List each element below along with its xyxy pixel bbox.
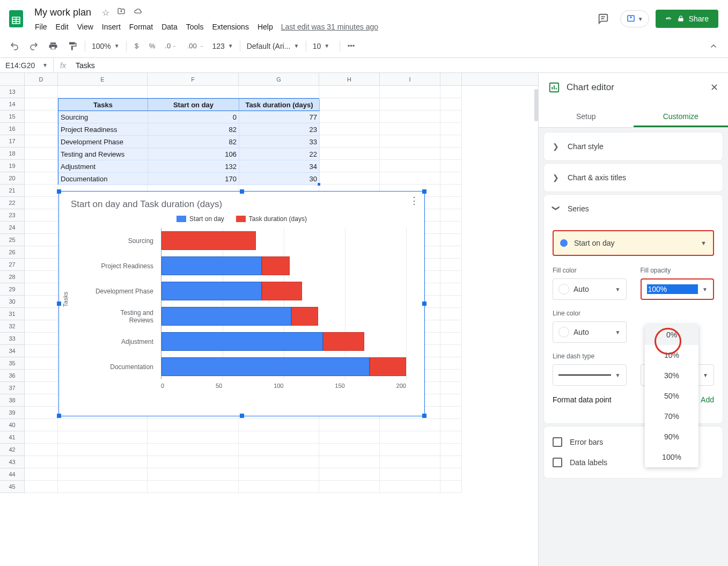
row-header[interactable]: 44	[0, 468, 24, 481]
col-header[interactable]: F	[148, 73, 239, 85]
close-sidebar-button[interactable]: ✕	[710, 82, 718, 93]
row-header[interactable]: 27	[0, 259, 24, 271]
menu-tools[interactable]: Tools	[182, 20, 208, 33]
series-section-header[interactable]: ❯Series	[544, 195, 723, 223]
opacity-option[interactable]: 70%	[645, 406, 698, 427]
row-header[interactable]: 45	[0, 481, 24, 493]
chart-title[interactable]: Start on day and Task duration (days)	[59, 192, 424, 215]
percent-button[interactable]: %	[145, 39, 160, 54]
menu-insert[interactable]: Insert	[98, 20, 124, 33]
sheet-area[interactable]: DEFGHI 131415161718192021222324252627282…	[0, 73, 538, 566]
formula-input[interactable]: Tasks	[72, 61, 728, 70]
selected-range[interactable]: TasksStart on dayTask duration (days)Sou…	[58, 98, 319, 185]
col-header[interactable]: D	[25, 73, 58, 85]
row-header[interactable]: 17	[0, 135, 24, 148]
row-header[interactable]: 33	[0, 333, 24, 345]
name-box[interactable]: E14:G20▼	[0, 58, 54, 72]
tab-setup[interactable]: Setup	[539, 105, 634, 127]
row-header[interactable]: 31	[0, 308, 24, 320]
row-header[interactable]: 24	[0, 222, 24, 234]
menu-extensions[interactable]: Extensions	[208, 20, 252, 33]
row-header[interactable]: 26	[0, 246, 24, 259]
row-header[interactable]: 42	[0, 444, 24, 456]
opacity-option[interactable]: 100%	[645, 447, 698, 467]
menu-format[interactable]: Format	[126, 20, 157, 33]
row-header[interactable]: 14	[0, 98, 24, 111]
fill-opacity-picker[interactable]: 100%▼	[641, 278, 715, 300]
row-header[interactable]: 34	[0, 345, 24, 357]
last-edit[interactable]: Last edit was 31 minutes ago	[281, 23, 378, 31]
row-header[interactable]: 23	[0, 209, 24, 222]
menu-view[interactable]: View	[73, 20, 97, 33]
col-header[interactable]: G	[239, 73, 319, 85]
row-header[interactable]: 16	[0, 123, 24, 135]
currency-button[interactable]: $	[130, 39, 144, 54]
fill-color-picker[interactable]: Auto▼	[553, 278, 627, 300]
doc-title[interactable]: My work plan	[31, 6, 94, 19]
row-header[interactable]: 28	[0, 271, 24, 283]
opacity-dropdown: 0%10%30%50%70%90%100%	[645, 325, 698, 467]
row-header[interactable]: 40	[0, 419, 24, 431]
menu-edit[interactable]: Edit	[52, 20, 72, 33]
opacity-option[interactable]: 90%	[645, 427, 698, 447]
opacity-option[interactable]: 10%	[645, 345, 698, 365]
col-header[interactable]: I	[380, 73, 440, 85]
section-chart-style[interactable]: ❯Chart style	[543, 132, 723, 161]
row-header[interactable]: 13	[0, 86, 24, 98]
zoom-select[interactable]: 100%▼	[89, 40, 123, 53]
more-button[interactable]: •••	[343, 39, 359, 54]
paint-format-button[interactable]	[63, 39, 82, 54]
chart-legend[interactable]: Start on dayTask duration (days)	[59, 215, 424, 223]
line-dash-picker[interactable]: ▼	[553, 364, 627, 386]
col-header[interactable]: E	[58, 73, 148, 85]
series-select[interactable]: Start on day ▼	[553, 230, 714, 256]
share-button[interactable]: Share	[656, 10, 718, 28]
row-header[interactable]: 41	[0, 431, 24, 444]
row-header[interactable]: 29	[0, 283, 24, 296]
row-header[interactable]: 22	[0, 197, 24, 209]
row-header[interactable]: 39	[0, 407, 24, 419]
row-header[interactable]: 30	[0, 296, 24, 308]
chart-object[interactable]: ⋮Start on day and Task duration (days)St…	[58, 191, 425, 416]
section-chart-axis-titles[interactable]: ❯Chart & axis titles	[543, 163, 723, 192]
menu-file[interactable]: File	[31, 20, 51, 33]
menu-help[interactable]: Help	[254, 20, 277, 33]
format-select[interactable]: 123▼	[209, 40, 236, 53]
font-select[interactable]: Default (Ari...▼	[244, 40, 303, 53]
star-icon[interactable]: ☆	[102, 8, 109, 18]
row-header[interactable]: 38	[0, 394, 24, 407]
col-header[interactable]: H	[319, 73, 380, 85]
opacity-option[interactable]: 0%	[645, 325, 698, 345]
tab-customize[interactable]: Customize	[634, 105, 729, 127]
increase-decimal-button[interactable]: .00 →	[183, 39, 208, 54]
redo-button[interactable]	[25, 39, 43, 54]
row-header[interactable]: 18	[0, 148, 24, 160]
menu-data[interactable]: Data	[158, 20, 181, 33]
chart-menu-button[interactable]: ⋮	[409, 195, 419, 207]
row-header[interactable]: 19	[0, 160, 24, 172]
print-button[interactable]	[44, 39, 62, 54]
undo-button[interactable]	[5, 39, 24, 54]
row-header[interactable]: 37	[0, 382, 24, 394]
move-icon[interactable]	[117, 7, 126, 18]
collapse-toolbar-button[interactable]	[704, 39, 723, 54]
present-button[interactable]: ▼	[620, 10, 649, 27]
row-header[interactable]: 15	[0, 111, 24, 123]
opacity-option[interactable]: 50%	[645, 386, 698, 406]
add-data-point-button[interactable]: Add	[701, 395, 714, 404]
row-header[interactable]: 32	[0, 320, 24, 333]
row-header[interactable]: 21	[0, 185, 24, 197]
row-header[interactable]: 25	[0, 234, 24, 246]
cloud-icon[interactable]	[133, 7, 143, 18]
row-header[interactable]: 20	[0, 172, 24, 185]
font-size-select[interactable]: 10▼	[310, 40, 336, 53]
line-color-picker[interactable]: Auto▼	[553, 321, 627, 343]
opacity-option[interactable]: 30%	[645, 365, 698, 386]
row-header[interactable]: 43	[0, 456, 24, 468]
row-header[interactable]: 36	[0, 370, 24, 382]
row-header[interactable]: 35	[0, 357, 24, 370]
comments-icon[interactable]	[592, 8, 614, 30]
select-all-corner[interactable]	[0, 73, 25, 86]
sheets-logo[interactable]	[5, 8, 27, 30]
decrease-decimal-button[interactable]: .0 ←	[160, 39, 181, 54]
